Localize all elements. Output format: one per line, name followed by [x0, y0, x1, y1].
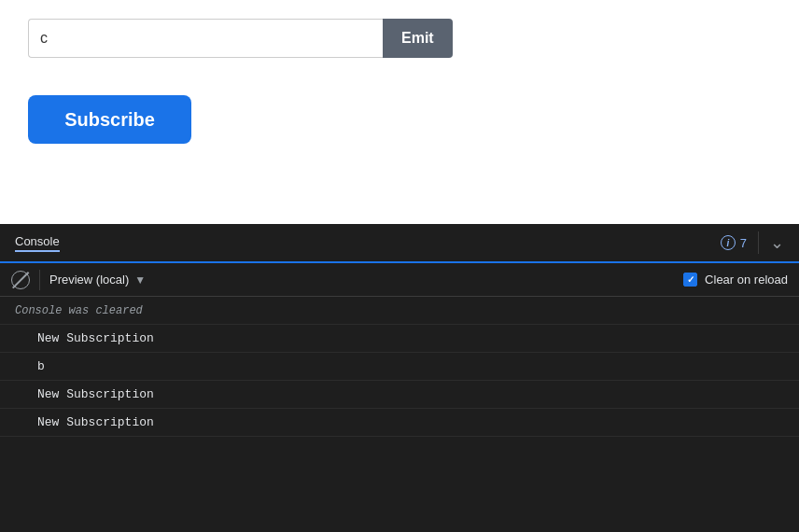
- console-toolbar: Preview (local) ▼ Clear on reload: [0, 263, 799, 297]
- info-badge: i 7: [721, 235, 747, 250]
- console-log: Console was cleared New Subscription b N…: [0, 297, 799, 532]
- collapse-icon[interactable]: ⌄: [770, 232, 784, 253]
- console-header-right: i 7 ⌄: [721, 231, 784, 254]
- header-divider: [758, 231, 759, 254]
- log-item: New Subscription: [0, 381, 799, 409]
- subscribe-button[interactable]: Subscribe: [28, 95, 191, 144]
- log-item: b: [0, 353, 799, 381]
- top-section: c Emit Subscribe: [0, 0, 799, 224]
- emit-button[interactable]: Emit: [383, 19, 453, 58]
- info-icon: i: [721, 235, 736, 250]
- console-title: Console: [15, 234, 60, 252]
- log-item: Console was cleared: [0, 297, 799, 325]
- clear-console-icon[interactable]: [11, 271, 30, 289]
- clear-on-reload-label: Clear on reload: [705, 273, 788, 287]
- info-count: 7: [740, 236, 747, 250]
- toolbar-divider: [39, 270, 40, 290]
- preview-chevron-icon: ▼: [134, 273, 146, 287]
- preview-select-label: Preview (local): [49, 273, 129, 287]
- log-item: New Subscription: [0, 325, 799, 353]
- preview-select-wrapper[interactable]: Preview (local) ▼: [49, 273, 146, 287]
- emit-row: c Emit: [28, 19, 771, 58]
- console-section: Console i 7 ⌄ Preview (local) ▼ Clear on…: [0, 224, 799, 532]
- log-item: New Subscription: [0, 409, 799, 437]
- console-header: Console i 7 ⌄: [0, 224, 799, 263]
- emit-input[interactable]: c: [28, 19, 383, 58]
- clear-on-reload-wrapper: Clear on reload: [683, 273, 788, 287]
- clear-on-reload-checkbox[interactable]: [683, 273, 697, 287]
